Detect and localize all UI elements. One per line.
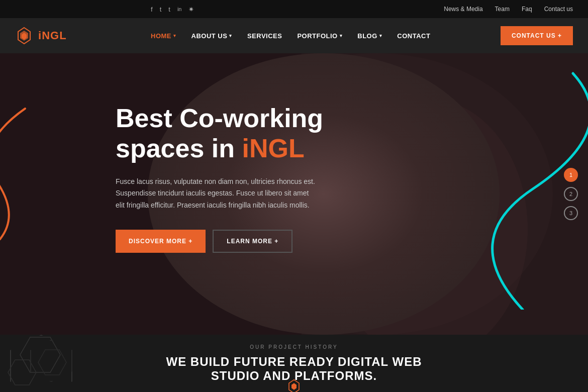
- team-link[interactable]: Team: [495, 6, 510, 13]
- facebook-icon[interactable]: f: [151, 6, 153, 13]
- bottom-label: OUR PROJECT HISTORY: [250, 344, 338, 350]
- orange-curve-decoration: [0, 104, 35, 244]
- top-bar: f t t in ✷ News & Media Team Faq Contact…: [0, 0, 588, 18]
- social-icons-group: f t t in ✷: [0, 6, 194, 13]
- portfolio-nav-arrow: ▾: [340, 33, 343, 38]
- main-header: iNGL HOME ▾ ABOUT US ▾ SERVICES PORTFOLI…: [0, 18, 588, 53]
- contact-us-button[interactable]: CONTACT US +: [501, 26, 573, 45]
- slide-dot-1[interactable]: 1: [564, 168, 578, 182]
- logo-area: iNGL: [15, 27, 151, 45]
- main-navigation: HOME ▾ ABOUT US ▾ SERVICES PORTFOLIO ▾ B…: [151, 32, 501, 40]
- linkedin-icon[interactable]: in: [177, 6, 182, 12]
- hero-content: Best Co-working spaces in iNGL Fusce lac…: [116, 104, 323, 253]
- logo-icon: [15, 27, 33, 45]
- home-nav-arrow: ▾: [173, 33, 176, 38]
- logo-text: iNGL: [38, 29, 67, 42]
- slide-indicators: 1 2 3: [564, 168, 578, 220]
- portfolio-nav-item[interactable]: PORTFOLIO ▾: [297, 32, 342, 40]
- about-nav-arrow: ▾: [229, 33, 232, 38]
- svg-marker-12: [291, 383, 297, 389]
- tumblr-icon[interactable]: t: [168, 6, 170, 13]
- news-media-link[interactable]: News & Media: [444, 6, 482, 13]
- learn-more-button[interactable]: LEARN MORE +: [213, 230, 292, 253]
- slide-dot-3[interactable]: 3: [564, 206, 578, 220]
- bottom-section: OUR PROJECT HISTORY WE BUILD FUTURE READ…: [0, 335, 588, 392]
- hero-section: Best Co-working spaces in iNGL Fusce lac…: [0, 53, 588, 335]
- svg-marker-9: [38, 350, 66, 375]
- svg-marker-8: [20, 337, 60, 372]
- blog-nav-arrow: ▾: [379, 33, 382, 38]
- discover-more-button[interactable]: DISCOVER MORE +: [116, 230, 206, 253]
- contact-us-top-link[interactable]: Contact us: [544, 6, 573, 13]
- twitter-icon[interactable]: t: [160, 6, 162, 13]
- slide-dot-2[interactable]: 2: [564, 187, 578, 201]
- about-nav-item[interactable]: ABOUT US ▾: [191, 32, 232, 40]
- blog-nav-item[interactable]: BLOG ▾: [357, 32, 382, 40]
- bottom-icon: [286, 379, 302, 392]
- faq-link[interactable]: Faq: [522, 6, 532, 13]
- hero-body-text: Fusce lacus risus, vulputate non diam no…: [116, 176, 317, 212]
- top-nav-links: News & Media Team Faq Contact us: [444, 6, 573, 13]
- services-nav-item[interactable]: SERVICES: [247, 32, 282, 40]
- hero-buttons-group: DISCOVER MORE + LEARN MORE +: [116, 230, 323, 253]
- hero-title: Best Co-working spaces in iNGL: [116, 104, 323, 164]
- home-nav-item[interactable]: HOME ▾: [151, 32, 176, 40]
- contact-nav-item[interactable]: CONTACT: [397, 32, 430, 40]
- hex-decoration: [5, 335, 85, 392]
- dribbble-icon[interactable]: ✷: [188, 6, 194, 13]
